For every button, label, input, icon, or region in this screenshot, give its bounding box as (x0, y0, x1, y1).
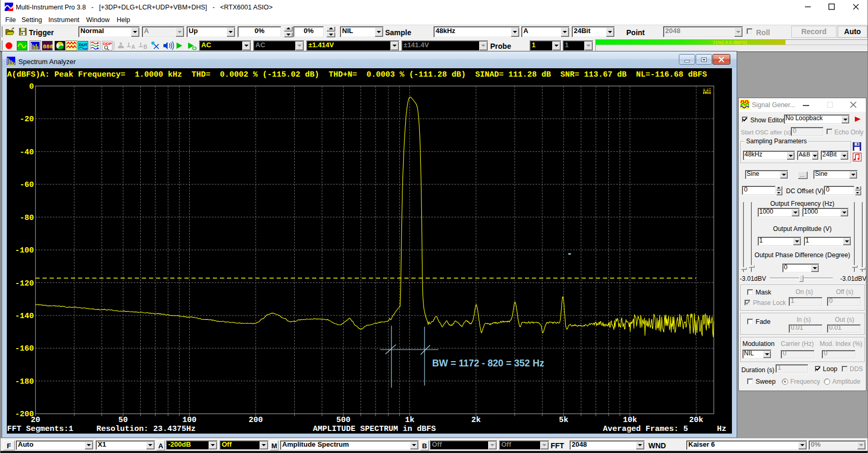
svg-text:-40: -40 (19, 148, 34, 156)
svg-text:A: A (131, 44, 135, 50)
svg-text:DUT: DUT (79, 43, 88, 47)
svg-text:A(dBFS)A: Peak Frequency= 1.0: A(dBFS)A: Peak Frequency= 1.0000 kHz THD… (7, 70, 707, 79)
svg-text:-120: -120 (15, 279, 34, 288)
svg-text:Resolution: 23.4375Hz: Resolution: 23.4375Hz (96, 424, 195, 433)
svg-text:DDP: DDP (103, 41, 112, 46)
svg-text:1k: 1k (405, 416, 414, 425)
svg-text:-60: -60 (19, 181, 34, 189)
svg-text:Averaged Frames: 5: Averaged Frames: 5 (603, 424, 688, 433)
svg-text:AMPLITUDE SPECTRUM in dBFS: AMPLITUDE SPECTRUM in dBFS (313, 424, 436, 433)
svg-text:20k: 20k (689, 416, 703, 425)
svg-text:10k: 10k (623, 416, 637, 425)
svg-text:888: 888 (43, 44, 54, 50)
svg-text:50: 50 (118, 416, 128, 425)
svg-text:200: 200 (249, 416, 263, 425)
svg-text:-100: -100 (15, 246, 34, 255)
svg-text:-20: -20 (19, 115, 34, 124)
svg-text:-80: -80 (19, 213, 34, 222)
svg-text:100: 100 (182, 416, 196, 425)
svg-text:2k: 2k (471, 416, 480, 425)
svg-text:B: B (143, 44, 147, 50)
svg-text:0: 0 (29, 82, 34, 91)
svg-text:5k: 5k (559, 416, 568, 425)
svg-text:Hz: Hz (717, 424, 726, 433)
svg-text:20: 20 (30, 416, 40, 425)
svg-text:-160: -160 (15, 344, 34, 353)
svg-text:500: 500 (336, 416, 350, 425)
svg-text:-180: -180 (15, 377, 34, 386)
svg-text:-140: -140 (15, 312, 34, 321)
svg-text:FFT Segments:1: FFT Segments:1 (7, 424, 73, 433)
svg-text:BW = 1172 - 820 = 352 Hz: BW = 1172 - 820 = 352 Hz (432, 357, 544, 368)
